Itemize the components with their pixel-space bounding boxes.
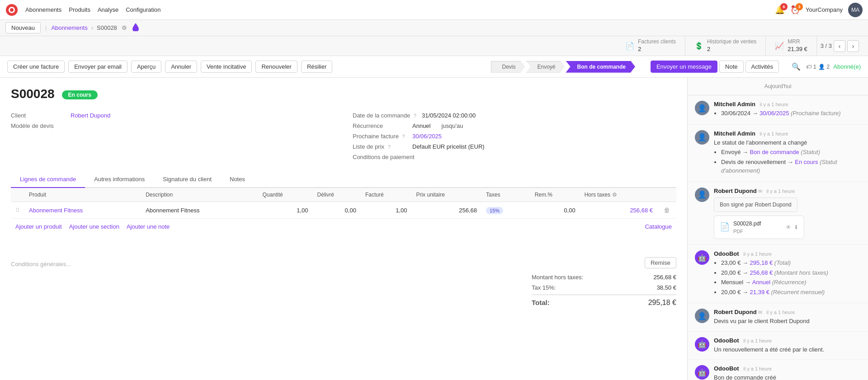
th-taxes: Taxes xyxy=(481,188,530,202)
add-section-link[interactable]: Ajouter une section xyxy=(69,223,119,230)
bon-commande-link[interactable]: Bon de commande xyxy=(750,149,799,155)
table-header-row: Produit Description Quantité Délivré Fac… xyxy=(11,188,676,202)
annuler-button[interactable]: Annuler xyxy=(165,61,197,73)
remise-button[interactable]: Remise xyxy=(645,257,676,268)
kpi-mrr[interactable]: 📈 MRR 21,39 € xyxy=(766,36,816,56)
en-cours-link[interactable]: En cours xyxy=(795,159,818,165)
activities-clock[interactable]: ⏰ 3 xyxy=(790,5,800,15)
prev-record-button[interactable]: ‹ xyxy=(834,40,845,52)
chatter-message-4: 👤 Robert Dupond ✉ il y a 1 heure Devis v… xyxy=(688,303,868,332)
table-row: ⠿ Abonnement Fitness Abonnement Fitness … xyxy=(11,202,676,219)
facture-cell: 1,00 xyxy=(361,202,412,219)
conditions-placeholder[interactable]: Conditions générales... xyxy=(11,261,71,267)
client-value[interactable]: Robert Dupond xyxy=(71,112,110,119)
nouveau-button[interactable]: Nouveau xyxy=(5,22,41,33)
note-button[interactable]: Note xyxy=(719,61,743,73)
pdf-view-button[interactable]: 👁 xyxy=(786,224,791,230)
prochaine-value[interactable]: 30/06/2025 xyxy=(412,133,442,140)
tab-notes[interactable]: Notes xyxy=(221,171,254,188)
workflow-step-bon-commande[interactable]: Bon de commande xyxy=(566,61,635,73)
apercu-button[interactable]: Aperçu xyxy=(131,61,161,73)
recurrence-value[interactable]: Annuel xyxy=(412,122,430,129)
drag-handle[interactable]: ⠿ xyxy=(11,202,24,219)
chatter-author-2: Robert Dupond xyxy=(714,188,757,194)
tab-autres-informations[interactable]: Autres informations xyxy=(85,171,154,188)
nav-abonnements[interactable]: Abonnements xyxy=(25,6,61,13)
chatter-content-0: Mitchell Admin il y a 1 heure 30/06/2024… xyxy=(714,101,861,119)
chatter-content-1: Mitchell Admin il y a 1 heure Le statut … xyxy=(714,130,861,176)
product-link[interactable]: Abonnement Fitness xyxy=(29,207,83,214)
columns-settings-icon[interactable]: ⚙ xyxy=(612,192,617,198)
svg-point-2 xyxy=(10,8,14,12)
nav-analyse[interactable]: Analyse xyxy=(98,6,118,13)
nav-produits[interactable]: Produits xyxy=(69,6,90,13)
date-hint[interactable]: ? xyxy=(414,113,416,118)
liste-value[interactable]: Default EUR pricelist (EUR) xyxy=(412,143,485,150)
person-icon: 👤 xyxy=(818,64,825,70)
envoyer-message-button[interactable]: Envoyer un message xyxy=(651,61,717,73)
tab-lignes-commande[interactable]: Lignes de commande xyxy=(11,171,85,188)
chatter-author-1: Mitchell Admin xyxy=(714,130,755,137)
chatter-time-1: il y a 1 heure xyxy=(760,131,788,136)
montant-link: 256,68 € xyxy=(750,269,773,276)
workflow-step-envoye[interactable]: Envoyé xyxy=(526,61,565,73)
chatter-time-3: il y a 1 heure xyxy=(743,251,772,257)
user-avatar[interactable]: MA xyxy=(848,3,863,17)
pdf-download-button[interactable]: ⬇ xyxy=(794,224,798,230)
prochaine-facture-field: Prochaine facture ? 30/06/2025 xyxy=(353,131,676,141)
recurrence-field: Récurrence Annuel jusqu'au xyxy=(353,121,676,131)
form-left: Client Robert Dupond Modèle de devis xyxy=(11,110,335,162)
catalogue-link[interactable]: Catalogue xyxy=(645,223,672,230)
envoyer-email-button[interactable]: Envoyer par email xyxy=(68,61,127,73)
add-note-link[interactable]: Ajouter une note xyxy=(127,223,170,230)
app-logo[interactable] xyxy=(5,4,18,16)
status-badge: En cours xyxy=(62,90,98,99)
chatter-today-label: Aujourd'hui xyxy=(688,78,868,95)
chatter-author-4: Robert Dupond xyxy=(714,309,757,315)
prix-cell[interactable]: 256,68 xyxy=(411,202,481,219)
tax-badge: 15% xyxy=(486,207,503,214)
date-value[interactable]: 31/05/2024 02:00:00 xyxy=(422,112,476,119)
pdf-type: PDF xyxy=(733,228,761,235)
chatter-body-3: 23,00 € → 295,18 € (Total) 20,00 € → 256… xyxy=(714,258,861,296)
breadcrumb-parent[interactable]: Abonnements xyxy=(51,24,87,31)
prochaine-hint[interactable]: ? xyxy=(402,134,405,139)
activites-button[interactable]: Activités xyxy=(745,61,779,73)
th-produit: Produit xyxy=(24,188,141,202)
tab-signature-client[interactable]: Signature du client xyxy=(154,171,221,188)
workflow-step-devis[interactable]: Devis xyxy=(491,61,525,73)
taxes-cell[interactable]: 15% xyxy=(481,202,530,219)
kpi-historique[interactable]: 💲 Historique de ventes 2 xyxy=(685,36,766,56)
conditions-paiement-field: Conditions de paiement xyxy=(353,152,676,162)
chatter-content-6: OdooBot il y a 1 heure Bon de commande c… xyxy=(714,365,861,380)
mrr-icon: 📈 xyxy=(775,42,784,50)
settings-gear-icon[interactable]: ⚙ xyxy=(122,24,127,31)
search-button[interactable]: 🔍 xyxy=(790,61,802,73)
record-header: S00028 En cours xyxy=(11,87,676,101)
th-hors-taxes: Hors taxes ⚙ xyxy=(580,188,657,202)
pdf-icon: 📄 xyxy=(720,221,730,233)
vente-incitative-button[interactable]: Vente incitative xyxy=(201,61,252,73)
order-table-container: Produit Description Quantité Délivré Fac… xyxy=(11,188,676,235)
delete-row-button[interactable]: 🗑 xyxy=(662,206,672,215)
followers-info: 🏷 1 👤 2 xyxy=(806,64,830,70)
chatter-avatar-0: 👤 xyxy=(695,101,709,115)
droplet-icon[interactable] xyxy=(132,23,139,33)
breadcrumb-current: S00028 xyxy=(97,24,117,31)
chatter-body-6: Bon de commande créé xyxy=(714,373,861,380)
quantite-cell[interactable]: 1,00 xyxy=(258,202,312,219)
totals-row-total: Total: 295,18 € xyxy=(532,295,676,309)
resilier-button[interactable]: Résilier xyxy=(301,61,332,73)
kpi-factures[interactable]: 📄 Factures clients 2 xyxy=(616,36,685,56)
chatter-date-link[interactable]: 30/06/2025 xyxy=(760,110,789,117)
notifications-bell[interactable]: 🔔 6 xyxy=(775,5,785,15)
liste-hint[interactable]: ? xyxy=(388,144,391,150)
creer-facture-button[interactable]: Créer une facture xyxy=(7,61,65,73)
add-product-link[interactable]: Ajouter un produit xyxy=(15,223,62,230)
chatter-author-3: OdooBot xyxy=(714,250,739,257)
rem-cell[interactable]: 0,00 xyxy=(530,202,580,219)
signed-box: Bon signé par Robert Dupond xyxy=(714,197,797,212)
nav-configuration[interactable]: Configuration xyxy=(126,6,160,13)
renouveler-button[interactable]: Renouveler xyxy=(255,61,297,73)
next-record-button[interactable]: › xyxy=(847,40,859,52)
